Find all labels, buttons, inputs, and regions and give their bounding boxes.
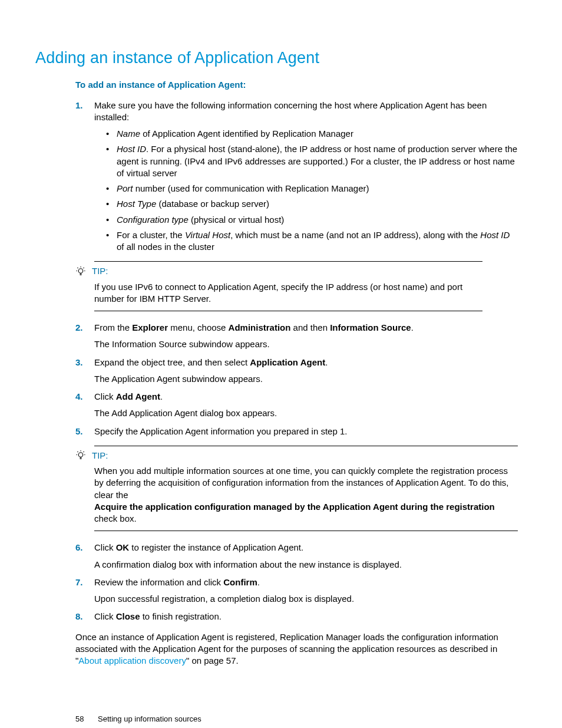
step-result: The Application Agent subwindow appears. xyxy=(94,373,518,385)
ui-term: Explorer xyxy=(132,322,168,332)
text: , which must be a name (and not an IP ad… xyxy=(230,230,480,240)
step-text: Specify the Application Agent informatio… xyxy=(94,426,518,437)
text: number (used for communication with Repl… xyxy=(133,183,369,193)
ui-term: Confirm xyxy=(223,577,257,587)
tip-body: If you use IPv6 to connect to Applicatio… xyxy=(94,281,482,305)
text: " on page 57. xyxy=(186,655,239,666)
step-number: 3. xyxy=(75,357,83,368)
term: Configuration type xyxy=(117,215,189,225)
step-text: Click Close to finish registration. xyxy=(94,611,518,622)
step-result: A confirmation dialog box with informati… xyxy=(94,559,518,571)
bullet-item: Configuration type (physical or virtual … xyxy=(106,214,518,226)
tip-box: TIP: If you use IPv6 to connect to Appli… xyxy=(75,261,518,311)
step-number: 5. xyxy=(75,426,83,437)
term: Port xyxy=(117,183,133,193)
cross-reference-link[interactable]: About application discovery xyxy=(78,655,186,666)
ui-term: Add Agent xyxy=(116,391,160,401)
text: to finish registration. xyxy=(140,611,222,621)
closing-paragraph: Once an instance of Application Agent is… xyxy=(75,631,518,667)
svg-line-5 xyxy=(84,267,84,268)
ui-term: Administration xyxy=(229,322,291,332)
term: Host ID xyxy=(480,230,510,240)
tip-box: TIP: When you add multiple information s… xyxy=(75,446,518,532)
text: . xyxy=(411,322,414,332)
term: Virtual Host xyxy=(185,230,230,240)
text: Click xyxy=(94,542,116,552)
ui-term: Information Source xyxy=(330,322,411,332)
step-8: 8. Click Close to finish registration. xyxy=(75,611,518,622)
step-number: 2. xyxy=(75,322,83,334)
text: . xyxy=(325,357,328,367)
text: to register the instance of Application … xyxy=(129,542,303,552)
step-number: 7. xyxy=(75,577,83,588)
step-result: The Add Application Agent dialog box app… xyxy=(94,407,518,419)
step-result: Upon successful registration, a completi… xyxy=(94,593,518,605)
intro-line: To add an instance of Application Agent: xyxy=(75,79,518,91)
bullet-item: For a cluster, the Virtual Host, which m… xyxy=(106,229,518,253)
text: menu, choose xyxy=(168,322,229,332)
rule xyxy=(94,531,518,531)
step-7: 7. Review the information and click Conf… xyxy=(75,577,518,605)
step-text: Review the information and click Confirm… xyxy=(94,577,518,588)
text: and then xyxy=(290,322,330,332)
ui-term: OK xyxy=(116,542,130,552)
bullet-item: Port number (used for communication with… xyxy=(106,183,518,195)
svg-line-4 xyxy=(77,267,78,268)
text: Click xyxy=(94,391,116,401)
step-1: 1. Make sure you have the following info… xyxy=(75,100,518,253)
bullet-item: Host ID. For a physical host (stand-alon… xyxy=(106,143,518,179)
step-3: 3. Expand the object tree, and then sele… xyxy=(75,357,518,386)
main-content: 1. Make sure you have the following info… xyxy=(75,100,518,667)
step-2: 2. From the Explorer menu, choose Admini… xyxy=(75,322,518,351)
step-number: 6. xyxy=(75,542,83,554)
text: When you add multiple information source… xyxy=(94,466,508,500)
tip-body: When you add multiple information source… xyxy=(94,465,518,525)
page-footer: 58 Setting up information sources xyxy=(35,714,518,724)
bullet-item: Host Type (database or backup server) xyxy=(106,198,518,210)
step-result: The Information Source subwindow appears… xyxy=(94,338,518,350)
ui-term: Close xyxy=(116,611,140,621)
text: (database or backup server) xyxy=(156,199,269,209)
text: . xyxy=(257,577,260,587)
rule xyxy=(94,311,482,311)
page-title: Adding an instance of Application Agent xyxy=(35,47,518,68)
text: check box. xyxy=(94,513,137,523)
svg-line-13 xyxy=(84,452,84,452)
lightbulb-icon xyxy=(75,450,86,461)
bullet-item: Name of Application Agent identified by … xyxy=(106,128,518,140)
step-text: Click OK to register the instance of App… xyxy=(94,542,518,554)
step-text: Click Add Agent. xyxy=(94,391,518,403)
term: Host Type xyxy=(117,199,156,209)
ui-term: Application Agent xyxy=(250,357,325,367)
tip-label: TIP: xyxy=(92,265,108,277)
step-text: Make sure you have the following informa… xyxy=(94,100,518,124)
rule xyxy=(94,261,482,262)
text: Review the information and click xyxy=(94,577,223,587)
svg-line-12 xyxy=(77,452,78,452)
text: From the xyxy=(94,322,132,332)
tip-label: TIP: xyxy=(92,450,108,462)
checkbox-label: Acquire the application configuration ma… xyxy=(94,502,495,512)
svg-point-0 xyxy=(78,268,83,273)
step-number: 4. xyxy=(75,391,83,403)
page-number: 58 xyxy=(75,714,84,724)
svg-point-8 xyxy=(78,453,83,457)
text: Click xyxy=(94,611,116,621)
text: For a cluster, the xyxy=(117,230,185,240)
step-number: 1. xyxy=(75,100,83,111)
step-text: From the Explorer menu, choose Administr… xyxy=(94,322,518,334)
step-5: 5. Specify the Application Agent informa… xyxy=(75,426,518,437)
step-4: 4. Click Add Agent. The Add Application … xyxy=(75,391,518,420)
text: of Application Agent identified by Repli… xyxy=(140,129,353,139)
step-6: 6. Click OK to register the instance of … xyxy=(75,542,518,571)
section-name: Setting up information sources xyxy=(98,714,201,723)
text: (physical or virtual host) xyxy=(189,215,285,225)
step-number: 8. xyxy=(75,611,83,622)
text: of all nodes in the cluster xyxy=(117,242,214,252)
rule xyxy=(94,446,518,446)
term: Name xyxy=(117,129,140,139)
step-text: Expand the object tree, and then select … xyxy=(94,357,518,368)
text: . For a physical host (stand-alone), the… xyxy=(117,144,517,178)
text: . xyxy=(160,391,163,401)
lightbulb-icon xyxy=(75,266,86,277)
